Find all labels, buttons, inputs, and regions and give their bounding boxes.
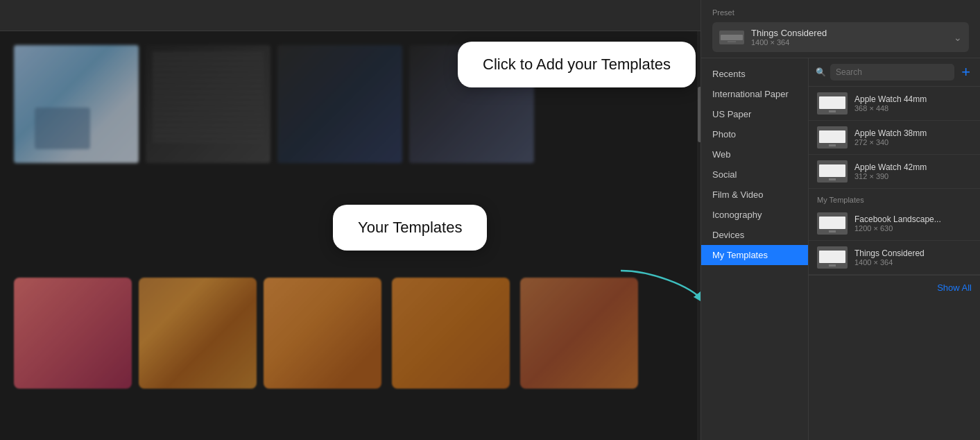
template-thumbnail (817, 92, 848, 115)
canvas-thumbnail-8 (392, 278, 510, 389)
preset-label: Preset (712, 8, 969, 17)
panel-body: Recents International Paper US Paper Pho… (701, 58, 980, 440)
template-thumbnail (817, 126, 848, 149)
template-thumbnail (817, 212, 848, 235)
canvas-thumbnail-1 (14, 45, 139, 163)
template-thumbnail (817, 246, 848, 269)
callout-add-templates: Click to Add your Templates (458, 42, 696, 87)
template-dims: 368 × 448 (854, 104, 972, 112)
canvas-thumbnail-6 (139, 278, 257, 389)
template-name: Facebook Landscape... (854, 214, 972, 224)
template-item-facebook-landscape[interactable]: Facebook Landscape... 1200 × 630 (809, 207, 980, 241)
callout-your-templates-text: Your Templates (358, 219, 462, 236)
template-thumbnail (817, 160, 848, 183)
template-item-apple-watch-44[interactable]: Apple Watch 44mm 368 × 448 (809, 87, 980, 121)
template-info: Facebook Landscape... 1200 × 630 (854, 214, 972, 232)
show-all-row: Show All (809, 275, 980, 299)
callout-add-templates-text: Click to Add your Templates (483, 56, 671, 73)
template-info: Apple Watch 44mm 368 × 448 (854, 94, 972, 112)
template-item-apple-watch-42[interactable]: Apple Watch 42mm 312 × 390 (809, 155, 980, 189)
template-info: Things Considered 1400 × 364 (854, 248, 972, 266)
template-dims: 1400 × 364 (854, 258, 972, 266)
preset-name: Things Considered (751, 28, 947, 38)
template-dims: 312 × 390 (854, 172, 972, 180)
template-info: Apple Watch 42mm 312 × 390 (854, 162, 972, 180)
sidebar-item-iconography[interactable]: Iconography (701, 205, 808, 225)
my-templates-section-header: My Templates (809, 189, 980, 207)
sidebar-item-photo[interactable]: Photo (701, 124, 808, 144)
panel-search-icon: 🔍 (816, 67, 826, 77)
template-name: Apple Watch 42mm (854, 162, 972, 172)
preset-dims: 1400 × 364 (751, 38, 947, 46)
sidebar-item-my-templates[interactable]: My Templates (701, 245, 808, 265)
add-template-button[interactable]: + (958, 65, 973, 80)
template-dims: 1200 × 630 (854, 224, 972, 232)
template-dims: 272 × 340 (854, 138, 972, 146)
nav-column: Recents International Paper US Paper Pho… (701, 58, 809, 440)
template-name: Apple Watch 38mm (854, 128, 972, 138)
canvas-thumbnail-7 (264, 278, 381, 389)
show-all-button[interactable]: Show All (937, 282, 972, 293)
sidebar-item-social[interactable]: Social (701, 164, 808, 185)
preset-thumbnail (719, 31, 744, 44)
sidebar-item-recents[interactable]: Recents (701, 64, 808, 84)
canvas-thumbnail-3 (277, 45, 402, 163)
panel-search-input[interactable] (830, 64, 954, 81)
preset-section: Preset Things Considered 1400 × 364 ⌄ (701, 0, 980, 58)
template-name: Things Considered (854, 248, 972, 258)
right-panel: Preset Things Considered 1400 × 364 ⌄ Re… (700, 0, 980, 440)
content-column: 🔍 + Apple Watch 44mm 368 × 448 Apple Wat… (809, 58, 980, 440)
sidebar-item-us-paper[interactable]: US Paper (701, 104, 808, 124)
template-item-apple-watch-38[interactable]: Apple Watch 38mm 272 × 340 (809, 121, 980, 155)
sidebar-item-web[interactable]: Web (701, 144, 808, 164)
arrow-your-templates (614, 264, 711, 312)
template-name: Apple Watch 44mm (854, 94, 972, 104)
preset-dropdown[interactable]: Things Considered 1400 × 364 ⌄ (712, 22, 969, 52)
panel-search-row: 🔍 + (809, 58, 980, 87)
sidebar-item-devices[interactable]: Devices (701, 225, 808, 245)
callout-your-templates: Your Templates (333, 205, 487, 251)
template-info: Apple Watch 38mm 272 × 340 (854, 128, 972, 146)
canvas-thumbnail-5 (14, 278, 132, 389)
preset-info: Things Considered 1400 × 364 (751, 28, 947, 46)
sidebar-item-film-video[interactable]: Film & Video (701, 185, 808, 205)
canvas-thumbnail-2 (146, 45, 270, 163)
template-item-things-considered[interactable]: Things Considered 1400 × 364 (809, 241, 980, 275)
chevron-down-icon: ⌄ (954, 32, 962, 43)
sidebar-item-international-paper[interactable]: International Paper (701, 84, 808, 104)
